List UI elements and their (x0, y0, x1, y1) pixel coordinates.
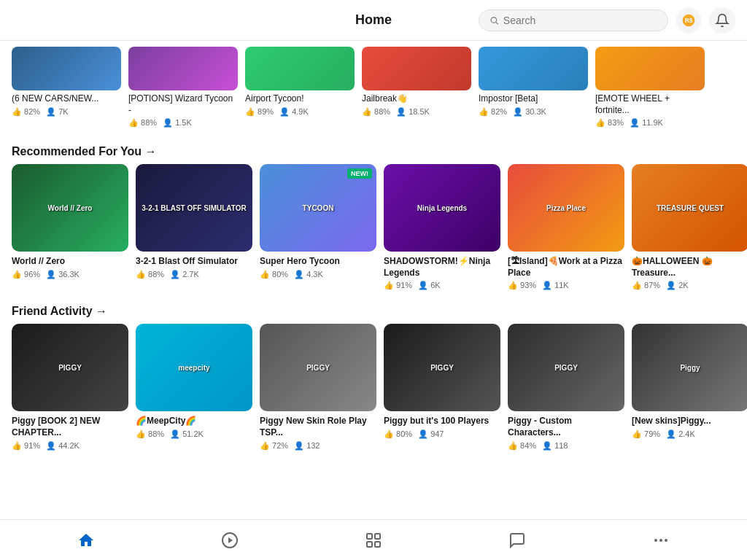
game-name-piggycustom: Piggy - Custom Characters... (508, 416, 624, 438)
game-stats-piggycustom: 👍 84% 👤 118 (508, 441, 624, 451)
game-thumb-piggyskin: PIGGY (260, 324, 376, 411)
game-thumb-ninja: Ninja Legends (384, 164, 500, 252)
nav-avatar[interactable] (352, 527, 395, 553)
like-pct: 👍 88% (136, 270, 164, 279)
top-game-thumb-airport (245, 47, 355, 90)
top-game-thumb-potions (128, 47, 238, 90)
like-stat: 👍 82% (479, 107, 507, 117)
like-pct: 👍 93% (508, 281, 536, 290)
svg-text:R$: R$ (685, 17, 693, 24)
top-game-thumb-jailbreak (362, 47, 471, 90)
game-stats-superhero: 👍 80% 👤 4.3K (260, 270, 376, 279)
game-name-blastoff: 3-2-1 Blast Off Simulator (136, 256, 252, 268)
top-game-stats-jailbreak: 👍 88% 👤 18.5K (362, 107, 471, 117)
like-stat: 👍 89% (245, 107, 274, 117)
search-bar[interactable] (479, 9, 668, 31)
top-game-6cars[interactable]: (6 NEW CARS/NEW... 👍 82% 👤 7K (12, 47, 121, 128)
game-thumb-piggynew: Piggy (632, 324, 747, 411)
top-game-airport[interactable]: Airport Tycoon! 👍 89% 👤 4.9K (245, 47, 355, 128)
top-game-name-6cars: (6 NEW CARS/NEW... (12, 93, 121, 105)
player-count: 👤 44.2K (46, 441, 80, 451)
friend-game-piggycustom[interactable]: PIGGY Piggy - Custom Characters... 👍 84%… (508, 324, 624, 450)
like-stat: 👍 82% (12, 107, 40, 117)
game-thumb-worldzero: World // Zero (12, 164, 128, 252)
player-count: 👤 6K (418, 281, 441, 290)
player-count: 👤 2.4K (666, 429, 695, 439)
game-name-pizza: [🏝Island]🍕Work at a Pizza Place (508, 256, 624, 279)
main-content: (6 NEW CARS/NEW... 👍 82% 👤 7K [POTIONS] … (0, 41, 747, 519)
player-count: 👤 118 (542, 441, 568, 451)
friend-section-header: Friend Activity → (0, 293, 747, 324)
like-stat: 👍 88% (128, 118, 157, 128)
player-stat: 👤 4.9K (279, 107, 309, 117)
friend-game-piggy100[interactable]: PIGGY Piggy but it's 100 Players 👍 80% 👤… (384, 324, 500, 450)
game-name-worldzero: World // Zero (12, 256, 128, 268)
like-pct: 👍 87% (632, 281, 660, 290)
game-stats-piggynew: 👍 79% 👤 2.4K (632, 429, 747, 439)
page-title: Home (355, 12, 392, 28)
top-game-name-jailbreak: Jailbreak👋 (362, 93, 471, 105)
top-game-stats-impostor: 👍 82% 👤 30.3K (479, 107, 588, 117)
top-game-name-emote: [EMOTE WHEEL + fortnite... (595, 93, 705, 116)
more-icon (651, 530, 671, 551)
svg-point-12 (665, 539, 667, 542)
like-pct: 👍 80% (260, 270, 288, 279)
top-game-jailbreak[interactable]: Jailbreak👋 👍 88% 👤 18.5K (362, 47, 471, 128)
nav-chat[interactable] (495, 527, 539, 553)
rec-game-halloween[interactable]: TREASURE QUEST 🎃HALLOWEEN 🎃 Treasure... … (632, 164, 747, 290)
like-pct: 👍 91% (12, 441, 40, 451)
rec-game-worldzero[interactable]: World // Zero World // Zero 👍 96% 👤 36.3… (12, 164, 128, 290)
recommended-games-strip: World // Zero World // Zero 👍 96% 👤 36.3… (0, 164, 747, 293)
friend-game-piggyskin[interactable]: PIGGY Piggy New Skin Role Play TSP... 👍 … (260, 324, 376, 450)
search-input[interactable] (503, 15, 657, 26)
rec-game-pizza[interactable]: Pizza Place [🏝Island]🍕Work at a Pizza Pl… (508, 164, 624, 290)
recommended-section-header: Recommended For You → (0, 136, 747, 164)
player-stat: 👤 1.5K (163, 118, 192, 128)
player-stat: 👤 7K (46, 107, 69, 117)
game-stats-piggy100: 👍 80% 👤 947 (384, 429, 500, 439)
nav-home[interactable] (64, 527, 108, 553)
player-count: 👤 132 (294, 441, 320, 451)
game-thumb-halloween: TREASURE QUEST (632, 164, 747, 252)
rec-game-ninja[interactable]: Ninja Legends SHADOWSTORM!⚡Ninja Legends… (384, 164, 500, 290)
top-game-thumb-emote (595, 47, 705, 90)
game-name-ninja: SHADOWSTORM!⚡Ninja Legends (384, 256, 500, 279)
svg-rect-7 (375, 534, 380, 539)
player-stat: 👤 11.9K (630, 118, 663, 128)
svg-rect-8 (367, 542, 372, 547)
rec-game-superhero[interactable]: TYCOON NEW! Super Hero Tycoon 👍 80% 👤 4.… (260, 164, 376, 290)
svg-point-10 (654, 539, 657, 542)
top-game-impostor[interactable]: Impostor [Beta] 👍 82% 👤 30.3K (479, 47, 588, 128)
like-pct: 👍 96% (12, 270, 40, 279)
top-game-name-airport: Airport Tycoon! (245, 93, 355, 105)
game-thumb-superhero: TYCOON NEW! (260, 164, 376, 252)
top-games-strip: (6 NEW CARS/NEW... 👍 82% 👤 7K [POTIONS] … (0, 41, 747, 136)
player-count: 👤 36.3K (46, 270, 80, 279)
rec-game-blastoff[interactable]: 3-2-1 BLAST OFF SIMULATOR 3-2-1 Blast Of… (136, 164, 252, 290)
nav-play[interactable] (208, 527, 252, 553)
friend-game-meepcity[interactable]: meepcity 🌈MeepCity🌈 👍 88% 👤 51.2K (136, 324, 252, 450)
game-stats-meepcity: 👍 88% 👤 51.2K (136, 429, 252, 439)
top-game-name-potions: [POTIONS] Wizard Tycoon - (128, 93, 238, 116)
player-stat: 👤 18.5K (396, 107, 430, 117)
nav-more[interactable] (639, 527, 683, 553)
bottom-navigation (0, 519, 747, 560)
avatar-icon (363, 530, 384, 551)
home-icon (76, 530, 96, 551)
top-game-stats-potions: 👍 88% 👤 1.5K (128, 118, 238, 128)
top-game-thumb-6cars (12, 47, 121, 90)
friend-game-piggy1[interactable]: PIGGY Piggy [BOOK 2] NEW CHAPTER... 👍 91… (12, 324, 128, 450)
game-thumb-piggy100: PIGGY (384, 324, 500, 411)
svg-line-1 (496, 22, 498, 24)
top-game-potions[interactable]: [POTIONS] Wizard Tycoon - 👍 88% 👤 1.5K (128, 47, 238, 128)
friend-game-piggynew[interactable]: Piggy [New skins]Piggy... 👍 79% 👤 2.4K (632, 324, 747, 450)
play-icon (220, 530, 240, 551)
notification-icon[interactable] (709, 7, 735, 34)
game-name-superhero: Super Hero Tycoon (260, 256, 376, 268)
top-game-emote[interactable]: [EMOTE WHEEL + fortnite... 👍 83% 👤 11.9K (595, 47, 705, 128)
currency-icon[interactable]: R$ (676, 7, 702, 34)
search-icon (489, 15, 499, 26)
game-name-piggy1: Piggy [BOOK 2] NEW CHAPTER... (12, 416, 128, 438)
new-badge: NEW! (347, 168, 372, 179)
like-pct: 👍 80% (384, 429, 412, 439)
